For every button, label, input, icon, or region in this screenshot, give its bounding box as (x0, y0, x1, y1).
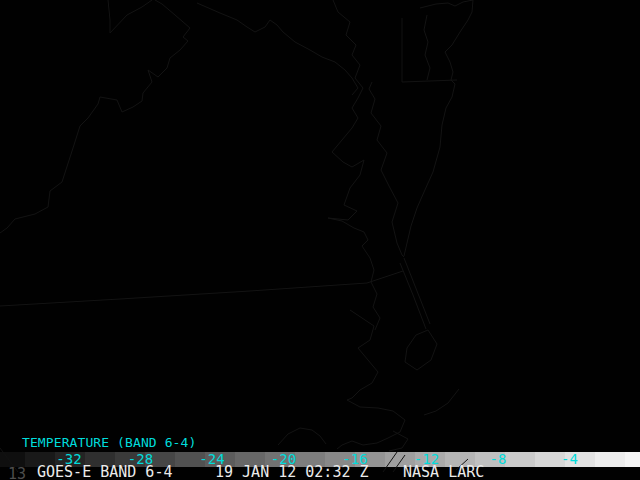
coastline-path (404, 258, 430, 324)
coastline-path (400, 263, 426, 329)
coastline-path (328, 0, 380, 330)
coastline-path (424, 15, 430, 80)
coastline-path (404, 0, 473, 256)
coastline-path (108, 0, 152, 33)
coastline-path (402, 18, 457, 82)
coastline-path (405, 330, 437, 370)
coastline-path (397, 243, 404, 257)
coastline-path (0, 271, 403, 306)
coastline-path (424, 389, 459, 415)
coastline-path (0, 28, 190, 233)
coastline-path (197, 3, 358, 95)
coastline-overlay (0, 0, 640, 480)
satellite-image-viewport: TEMPERATURE (BAND 6-4) -32-28-24-20-16-1… (0, 0, 640, 480)
coastline-path (369, 82, 398, 243)
product-title: TEMPERATURE (BAND 6-4) (22, 435, 196, 450)
coastline-path (420, 0, 473, 8)
coastline-path (337, 400, 405, 449)
colorbar-tick-label: -8 (490, 452, 507, 467)
coastline-path (278, 428, 326, 445)
source-label: NASA LARC (403, 466, 484, 479)
coastline-path (389, 431, 408, 451)
coastline-path (155, 0, 190, 28)
colorbar-tick-label: -4 (561, 452, 578, 467)
coastline-path (347, 310, 378, 400)
station-label: GOES-E BAND 6-4 (37, 466, 172, 479)
timestamp-label: 19 JAN 12 02:32 Z (215, 466, 369, 479)
frame-number: 13 (8, 468, 26, 480)
